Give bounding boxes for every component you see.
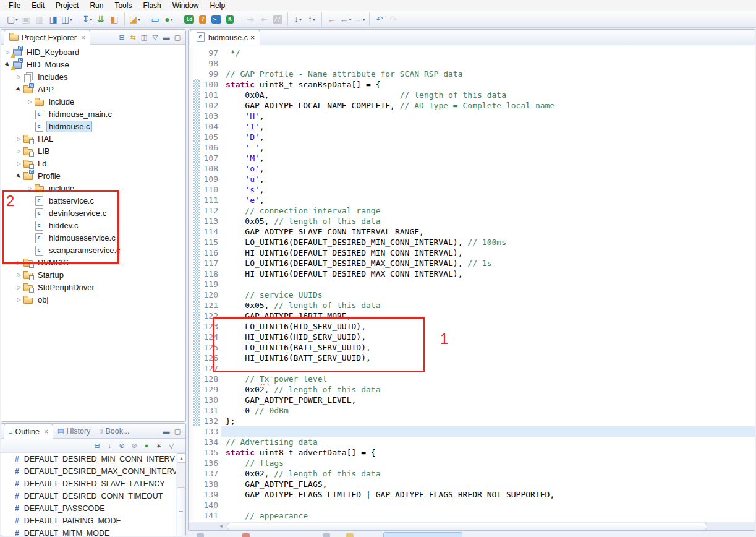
tree-item-hal[interactable]: ▷HAL: [1, 132, 185, 145]
new-button[interactable]: ▢▾: [6, 13, 19, 25]
code-text[interactable]: 0x05, // length of this data: [221, 216, 755, 226]
tree-item-include[interactable]: ▷include: [1, 95, 185, 108]
annotation-ruler[interactable]: [189, 48, 193, 58]
collapse-all-button[interactable]: ⊟: [116, 32, 127, 43]
last-edit-location-button[interactable]: ←: [326, 13, 338, 25]
debug-button[interactable]: ●▾: [163, 13, 175, 25]
menu-flash[interactable]: Flash: [138, 1, 166, 11]
code-text[interactable]: 0x02, // length of this data: [221, 384, 755, 395]
maximize-button[interactable]: ▢: [172, 426, 183, 437]
sort-button[interactable]: ↓: [104, 440, 115, 451]
code-text[interactable]: GAP_ADTYPE_FLAGS_LIMITED | GAP_ADTYPE_FL…: [221, 489, 755, 500]
expand-arrow-icon[interactable]: ▷: [15, 272, 23, 278]
pack-button[interactable]: ◪▾: [129, 13, 141, 25]
annotation-ruler[interactable]: [189, 100, 193, 111]
editor-horizontal-scrollbar[interactable]: ◂: [189, 522, 755, 530]
code-text[interactable]: GAP_ADTYPE_SLAVE_CONN_INTERVAL_RANGE,: [221, 226, 755, 237]
annotation-ruler[interactable]: [189, 500, 193, 510]
tree-item-hid-mouse[interactable]: ▶CHID_Mouse: [1, 58, 185, 71]
line-number[interactable]: 104: [200, 121, 221, 132]
line-number[interactable]: 135: [200, 447, 221, 458]
code-text[interactable]: 'u',: [221, 174, 755, 184]
line-number[interactable]: 136: [200, 458, 221, 468]
next-annotation-button-dropdown-icon[interactable]: ▾: [299, 17, 302, 22]
annotation-ruler[interactable]: [189, 69, 193, 79]
bottom-tab-selected[interactable]: [383, 532, 462, 537]
line-number[interactable]: 109: [200, 174, 221, 184]
annotation-ruler[interactable]: [189, 79, 193, 90]
annotation-ruler[interactable]: [189, 205, 193, 216]
forward-button-dropdown-icon[interactable]: ▾: [362, 17, 365, 22]
annotation-ruler[interactable]: [189, 311, 193, 321]
line-number[interactable]: 124: [200, 332, 221, 342]
expand-arrow-icon[interactable]: ▷: [15, 148, 23, 154]
line-number[interactable]: 103: [200, 111, 221, 121]
console-button[interactable]: ▭: [149, 13, 161, 25]
annotation-ruler[interactable]: [189, 437, 193, 447]
annotation-ruler[interactable]: [189, 258, 193, 268]
annotation-ruler[interactable]: [189, 184, 193, 195]
annotation-ruler[interactable]: [189, 479, 193, 489]
line-number[interactable]: 131: [200, 405, 221, 416]
annotation-ruler[interactable]: [189, 426, 193, 437]
expand-arrow-icon[interactable]: ▷: [15, 74, 23, 80]
line-number[interactable]: 137: [200, 468, 221, 479]
line-number[interactable]: 110: [200, 184, 221, 195]
tab-project-explorer[interactable]: Project Explorer ×: [4, 30, 90, 45]
annotation-ruler[interactable]: [189, 353, 193, 363]
prev-annotation-button[interactable]: ↑▾: [305, 13, 318, 25]
scroll-left-arrow-icon[interactable]: ◂: [219, 523, 223, 530]
outline-item-default-desired-conn-timeout[interactable]: #DEFAULT_DESIRED_CONN_TIMEOUT: [1, 490, 185, 502]
line-number[interactable]: 134: [200, 437, 221, 447]
view-menu-button[interactable]: ▽: [150, 32, 161, 43]
line-number[interactable]: 132: [200, 416, 221, 426]
maximize-button[interactable]: ▢: [172, 32, 183, 43]
code-text[interactable]: LO_UINT16(DEFAULT_DESIRED_MIN_CONN_INTER…: [221, 237, 755, 247]
code-text[interactable]: [221, 426, 755, 437]
line-number[interactable]: 112: [200, 205, 221, 216]
code-text[interactable]: // appearance: [221, 510, 755, 521]
expand-arrow-icon[interactable]: ▷: [15, 161, 23, 166]
line-number[interactable]: 122: [200, 311, 221, 321]
help-doc-button[interactable]: ?: [197, 13, 209, 25]
code-text[interactable]: 'o',: [221, 163, 755, 174]
line-number[interactable]: 115: [200, 237, 221, 247]
collapse-all-button[interactable]: ⊟: [91, 440, 103, 451]
code-text[interactable]: 'e',: [221, 195, 755, 205]
undo-nav-button[interactable]: ↶: [373, 13, 386, 25]
menu-help[interactable]: Help: [205, 1, 230, 11]
line-number[interactable]: 133: [200, 426, 221, 437]
line-number[interactable]: 139: [200, 489, 221, 500]
code-text[interactable]: static uint8_t scanRspData[] = {: [221, 79, 755, 90]
expand-arrow-icon[interactable]: ▷: [15, 136, 23, 142]
annotation-ruler[interactable]: [189, 489, 193, 500]
tree-item-rvmsis[interactable]: ▷RVMSIS: [1, 256, 185, 268]
next-annotation-button[interactable]: ↓▾: [292, 13, 304, 25]
line-number[interactable]: 116: [200, 247, 221, 258]
line-number[interactable]: 120: [200, 290, 221, 300]
code-text[interactable]: // flags: [221, 458, 755, 468]
code-text[interactable]: 0 // 0dBm: [221, 405, 755, 416]
line-number[interactable]: 117: [200, 258, 221, 268]
line-number[interactable]: 128: [200, 374, 221, 384]
line-number[interactable]: 101: [200, 90, 221, 100]
annotation-ruler[interactable]: [189, 121, 193, 132]
keil-button[interactable]: K: [224, 13, 236, 25]
outline-item-default-pairing-mode[interactable]: #DEFAULT_PAIRING_MODE: [1, 515, 185, 527]
ld-button[interactable]: ld: [183, 13, 195, 25]
menu-run[interactable]: Run: [85, 1, 108, 11]
open-perspective-button[interactable]: ◫▾: [61, 13, 73, 25]
line-number[interactable]: 106: [200, 142, 221, 153]
annotation-ruler[interactable]: [189, 90, 193, 100]
annotation-ruler[interactable]: [189, 321, 193, 332]
outline-item-default-desired-slave-latency[interactable]: #DEFAULT_DESIRED_SLAVE_LATENCY: [1, 478, 185, 490]
code-text[interactable]: };: [221, 416, 755, 426]
outline-item-default-passcode[interactable]: #DEFAULT_PASSCODE: [1, 502, 185, 515]
line-number[interactable]: 130: [200, 395, 221, 405]
prev-annotation-button-dropdown-icon[interactable]: ▾: [313, 17, 315, 22]
annotation-ruler[interactable]: [189, 163, 193, 174]
annotation-ruler[interactable]: [189, 395, 193, 405]
annotation-ruler[interactable]: [189, 342, 193, 353]
tab-outline[interactable]: ≡Outline×: [4, 424, 53, 439]
code-text[interactable]: // connection interval range: [221, 205, 755, 216]
